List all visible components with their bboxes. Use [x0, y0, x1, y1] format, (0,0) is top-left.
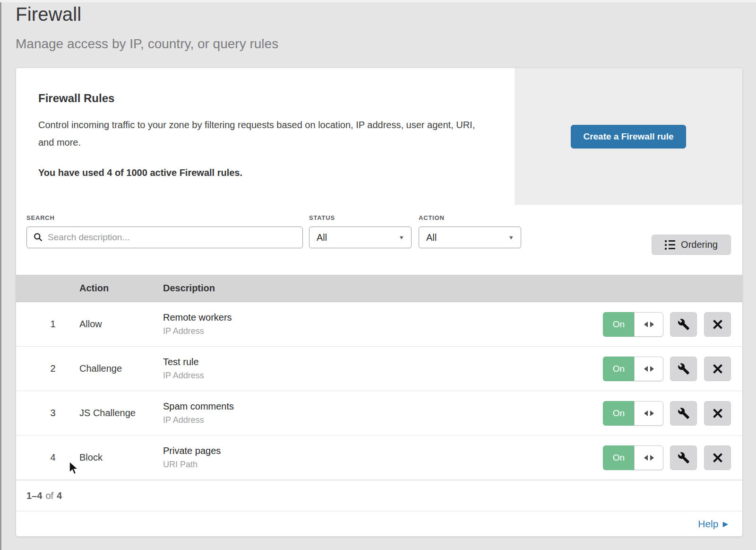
section-heading: Firewall Rules — [38, 92, 515, 105]
rule-controls: On — [603, 312, 731, 337]
action-column-header: Action — [79, 283, 163, 294]
status-select-value: All — [317, 232, 327, 243]
help-link-label: Help — [698, 518, 718, 530]
left-right-arrows-icon — [644, 366, 654, 372]
toggle-drag-handle[interactable] — [634, 357, 663, 381]
rule-controls: On — [603, 401, 731, 426]
toggle-on-segment[interactable]: On — [603, 312, 634, 337]
wrench-icon — [678, 407, 690, 419]
table-row: 1 Allow Remote workers IP Address On — [16, 302, 742, 347]
rule-field: IP Address — [163, 371, 603, 381]
pagination-of: of — [45, 490, 53, 501]
pagination-total: 4 — [57, 490, 62, 501]
ordering-button-label: Ordering — [681, 239, 718, 250]
edit-rule-button[interactable] — [670, 357, 697, 381]
ordered-list-icon — [665, 240, 675, 250]
search-icon — [33, 232, 43, 242]
delete-rule-button[interactable] — [704, 312, 731, 337]
toggle-drag-handle[interactable] — [634, 445, 663, 470]
delete-rule-button[interactable] — [704, 445, 731, 470]
search-label: SEARCH — [26, 214, 55, 221]
x-icon — [712, 319, 723, 330]
chevron-down-icon: ▼ — [398, 235, 404, 241]
create-rule-panel: Create a Firewall rule — [515, 68, 742, 205]
edit-rule-button[interactable] — [670, 312, 697, 337]
x-icon — [712, 408, 723, 419]
toggle-drag-handle[interactable] — [634, 312, 663, 337]
rule-toggle[interactable]: On — [603, 357, 663, 381]
search-field-wrap — [26, 227, 303, 248]
left-right-arrows-icon — [644, 322, 654, 327]
rule-description-cell: Test rule IP Address — [163, 357, 603, 381]
edit-rule-button[interactable] — [670, 401, 697, 426]
rule-toggle[interactable]: On — [603, 445, 663, 470]
x-icon — [712, 452, 723, 463]
search-input[interactable] — [26, 227, 303, 248]
pagination-bar: 1–4 of 4 — [16, 480, 742, 511]
chevron-down-icon: ▼ — [508, 235, 514, 241]
pagination-range: 1–4 — [26, 490, 42, 501]
toggle-drag-handle[interactable] — [634, 401, 663, 426]
rule-action: Block — [79, 452, 163, 463]
page-title: Firewall — [16, 4, 278, 25]
rule-action: JS Challenge — [79, 408, 163, 419]
rule-controls: On — [603, 445, 731, 470]
delete-rule-button[interactable] — [704, 357, 731, 381]
rule-toggle[interactable]: On — [603, 312, 663, 337]
arrow-right-icon: ▶ — [722, 520, 728, 528]
toggle-on-segment[interactable]: On — [603, 445, 634, 470]
rule-action: Allow — [79, 319, 163, 330]
section-description: Control incoming traffic to your zone by… — [38, 116, 485, 151]
wrench-icon — [678, 363, 690, 375]
rule-controls: On — [603, 357, 731, 381]
rule-description-cell: Spam comments IP Address — [163, 401, 603, 425]
action-select[interactable]: All ▼ — [419, 227, 521, 248]
card-top-section: Firewall Rules Control incoming traffic … — [16, 68, 742, 205]
rule-field: URI Path — [163, 460, 603, 470]
rules-usage-text: You have used 4 of 1000 active Firewall … — [38, 167, 515, 178]
toggle-on-segment[interactable]: On — [603, 401, 634, 426]
rule-description: Private pages — [163, 445, 603, 456]
action-label: ACTION — [419, 214, 445, 221]
rule-description: Spam comments — [163, 401, 603, 412]
left-right-arrows-icon — [644, 455, 654, 461]
create-firewall-rule-button[interactable]: Create a Firewall rule — [571, 125, 686, 148]
page-header: Firewall Manage access by IP, country, o… — [16, 4, 278, 52]
action-select-value: All — [426, 232, 437, 243]
description-column-header: Description — [163, 283, 215, 294]
status-label: STATUS — [309, 214, 335, 221]
rule-description-cell: Remote workers IP Address — [163, 312, 603, 336]
window-top-edge — [0, 0, 756, 2]
help-link[interactable]: Help ▶ — [698, 518, 728, 530]
rule-toggle[interactable]: On — [603, 401, 663, 426]
left-right-arrows-icon — [644, 410, 654, 416]
table-row: 3 JS Challenge Spam comments IP Address … — [16, 391, 742, 436]
rule-priority: 2 — [16, 363, 79, 374]
status-select[interactable]: All ▼ — [309, 227, 412, 248]
x-icon — [712, 363, 723, 375]
toggle-on-segment[interactable]: On — [603, 357, 634, 381]
rule-description: Test rule — [163, 357, 603, 367]
rule-description-cell: Private pages URI Path — [163, 445, 603, 470]
rule-description: Remote workers — [163, 312, 603, 323]
rule-priority: 1 — [16, 319, 79, 330]
wrench-icon — [678, 452, 690, 464]
window-left-edge — [0, 0, 1, 550]
rule-priority: 3 — [16, 408, 79, 419]
edit-rule-button[interactable] — [670, 445, 697, 470]
rule-field: IP Address — [163, 326, 603, 336]
ordering-button[interactable]: Ordering — [652, 235, 731, 255]
rule-action: Challenge — [79, 363, 163, 374]
delete-rule-button[interactable] — [704, 401, 731, 426]
page-subtitle: Manage access by IP, country, or query r… — [16, 36, 278, 52]
rule-priority: 4 — [16, 452, 79, 463]
filter-bar: SEARCH STATUS All ▼ ACTION All ▼ Orderin… — [16, 205, 742, 275]
help-bar: Help ▶ — [16, 511, 742, 536]
firewall-rules-intro: Firewall Rules Control incoming traffic … — [16, 68, 515, 205]
wrench-icon — [678, 318, 690, 331]
rules-table-header: Action Description — [16, 275, 742, 302]
rule-field: IP Address — [163, 415, 603, 425]
table-row: 2 Challenge Test rule IP Address On — [16, 347, 742, 391]
table-row: 4 Block Private pages URI Path On — [16, 436, 742, 480]
firewall-rules-card: Firewall Rules Control incoming traffic … — [16, 68, 743, 537]
